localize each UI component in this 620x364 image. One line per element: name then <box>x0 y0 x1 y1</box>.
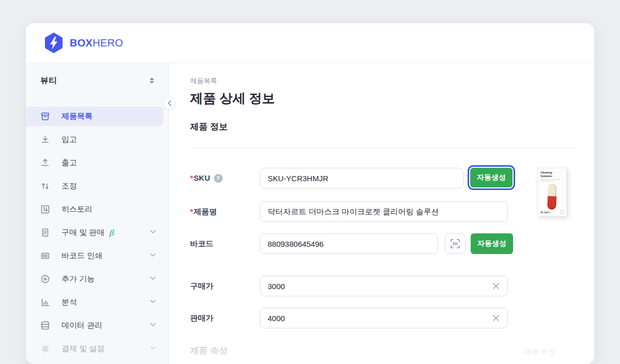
chevron-down-icon <box>150 299 156 304</box>
product-image-title: Clearing Solution <box>540 171 564 178</box>
barcode-row: 바코드 자동생성 <box>190 233 515 254</box>
sidebar-item-4[interactable]: 히스토리 <box>26 200 168 219</box>
sku-row: * SKU ? 자동생성 <box>190 168 515 190</box>
product-image[interactable]: Clearing Solution Dr.Jart+ <box>537 168 567 216</box>
sort-arrows-icon <box>149 77 155 84</box>
sidebar-item-10[interactable]: 결제 및 설정 <box>26 339 168 358</box>
chevron-left-icon <box>167 100 172 106</box>
boxhero-hexagon-icon <box>44 32 64 54</box>
sidebar-item-label: 바코드 인쇄 <box>61 251 102 261</box>
history-icon <box>40 204 50 214</box>
product-attributes-link[interactable]: 제품 속성 <box>524 347 555 357</box>
purchase-price-row: 구매가 <box>190 276 515 296</box>
sidebar-item-1[interactable]: 입고 <box>26 130 168 149</box>
chevron-down-icon <box>150 230 156 234</box>
brand-box: BOX <box>70 37 92 49</box>
decorative-line <box>540 179 560 180</box>
boxhero-logo[interactable]: BOXHERO <box>44 32 123 54</box>
purchase-price-label-text: 구매가 <box>190 276 213 296</box>
decorative-line <box>540 181 554 181</box>
sidebar-item-7[interactable]: 추가 기능 <box>26 270 168 289</box>
sku-input[interactable] <box>260 168 463 188</box>
sku-label-text: SKU <box>194 168 210 188</box>
database-icon <box>40 321 50 330</box>
adjust-icon <box>40 181 50 191</box>
product-image-brand: Dr.Jart+ <box>540 211 550 214</box>
brand-hero: HERO <box>92 37 123 49</box>
sidebar-item-3[interactable]: 조정 <box>26 177 168 196</box>
sidebar-item-9[interactable]: 데이터 관리 <box>26 316 168 335</box>
sidebar-item-label: 분석 <box>61 297 77 307</box>
sidebar-item-label: 결제 및 설정 <box>61 344 104 354</box>
breadcrumb[interactable]: 제품목록 <box>190 76 217 86</box>
product-name-label-text: 제품명 <box>194 201 217 222</box>
section-title: 제품 정보 <box>190 121 228 133</box>
barcode-scan-button[interactable] <box>445 233 466 254</box>
gear-icon <box>40 344 50 354</box>
purchase-price-input[interactable] <box>260 276 508 296</box>
sale-price-row: 판매가 <box>190 308 515 328</box>
barcode-input[interactable] <box>260 233 438 254</box>
sale-price-label-text: 판매가 <box>190 308 213 328</box>
workspace-selector[interactable]: 뷰티 <box>26 63 168 98</box>
sku-label: * SKU ? <box>190 168 260 188</box>
barcode-label: 바코드 <box>190 233 260 254</box>
section-divider <box>190 148 579 149</box>
sale-price-label: 판매가 <box>190 308 260 328</box>
sidebar-item-label: 출고 <box>61 158 77 168</box>
receipt-icon <box>40 228 50 238</box>
product-name-row: * 제품명 <box>190 201 515 222</box>
sidebar-item-label: 구매 및 판매 <box>61 228 104 238</box>
focus-highlight-ring: 자동생성 <box>468 165 515 190</box>
app-header: BOXHERO <box>26 23 594 63</box>
sidebar-item-5[interactable]: 구매 및 판매β <box>26 223 168 242</box>
barcode-autogenerate-button[interactable]: 자동생성 <box>471 233 513 254</box>
chevron-down-icon <box>150 346 156 350</box>
product-name-input[interactable] <box>260 201 508 222</box>
help-icon[interactable]: ? <box>214 174 223 183</box>
sidebar-item-8[interactable]: 분석 <box>26 293 168 312</box>
sidebar-item-6[interactable]: 바코드 인쇄 <box>26 246 168 265</box>
sidebar: 뷰티 제품목록입고출고조정히스토리구매 및 판매β바코드 인쇄추가 기능분석데이… <box>26 63 169 364</box>
sidebar-item-label: 추가 기능 <box>61 274 95 284</box>
purchase-price-label: 구매가 <box>190 276 260 296</box>
barcode-scan-icon <box>450 239 460 249</box>
clear-icon[interactable] <box>491 281 501 291</box>
app-window: BOXHERO 뷰티 제품목록입고출고조정히스토리구매 및 판매β바코드 인쇄추… <box>26 23 594 364</box>
required-mark: * <box>190 168 193 188</box>
next-section-title: 제품 속성 <box>190 345 228 357</box>
sidebar-item-label: 데이터 관리 <box>61 321 102 330</box>
sidebar-item-label: 입고 <box>61 135 77 145</box>
sidebar-item-label: 조정 <box>61 181 77 191</box>
sidebar-item-label: 제품목록 <box>61 112 92 121</box>
chevron-down-icon <box>150 253 156 257</box>
page-title: 제품 상세 정보 <box>190 90 275 107</box>
sku-autogenerate-button[interactable]: 자동생성 <box>470 168 513 187</box>
clear-icon[interactable] <box>491 313 501 323</box>
capsule-graphic <box>547 183 557 210</box>
package-icon <box>40 112 50 121</box>
required-mark: * <box>190 201 193 222</box>
barcode-label-text: 바코드 <box>190 233 213 254</box>
beta-badge: β <box>109 228 114 238</box>
sidebar-collapse-button[interactable] <box>163 97 176 109</box>
brand-text: BOXHERO <box>70 37 123 49</box>
product-form: * SKU ? 자동생성 * 제품명 <box>190 168 515 340</box>
sidebar-item-2[interactable]: 출고 <box>26 153 168 172</box>
sale-price-input[interactable] <box>260 308 508 328</box>
chevron-down-icon <box>150 323 156 327</box>
stamp-graphic <box>560 210 564 214</box>
stock-out-icon <box>40 158 50 168</box>
product-name-label: * 제품명 <box>190 201 260 222</box>
sidebar-item-0[interactable]: 제품목록 <box>26 107 163 126</box>
chart-icon <box>40 297 50 307</box>
workspace-name: 뷰티 <box>40 75 57 86</box>
barcode-icon <box>40 251 50 261</box>
stock-in-icon <box>40 135 50 145</box>
sidebar-menu: 제품목록입고출고조정히스토리구매 및 판매β바코드 인쇄추가 기능분석데이터 관… <box>26 107 168 362</box>
plus-circle-icon <box>40 274 50 284</box>
main-content: 제품목록 제품 상세 정보 제품 정보 * SKU ? 자동생성 <box>169 63 594 364</box>
sidebar-item-label: 히스토리 <box>61 204 92 214</box>
chevron-down-icon <box>150 276 156 280</box>
